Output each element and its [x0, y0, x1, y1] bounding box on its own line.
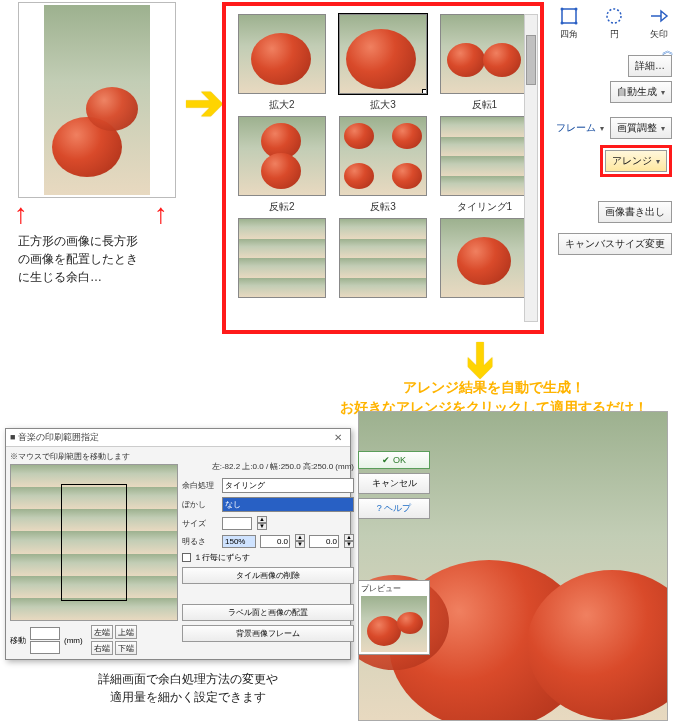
export-button[interactable]: 画像書き出し [598, 201, 672, 223]
source-caption: 正方形の画像に長方形 の画像を配置したとき に生じる余白… [18, 232, 138, 286]
svg-point-2 [575, 8, 578, 11]
frame-dropdown[interactable]: フレーム [556, 121, 604, 135]
preview-label: プレビュー [361, 583, 427, 594]
svg-rect-0 [562, 9, 576, 23]
tool-circle[interactable]: 円 [601, 6, 628, 41]
source-image-panel [18, 2, 176, 198]
brightness-x-input[interactable] [260, 535, 290, 548]
move-left-button[interactable]: 左端 [91, 625, 113, 639]
margin-arrow-right-icon: ↑ [154, 198, 168, 230]
arrange-thumb[interactable] [234, 218, 329, 316]
tool-rectangle[interactable]: 四角 [556, 6, 583, 41]
close-icon[interactable]: ✕ [330, 432, 346, 443]
move-bottom-button[interactable]: 下端 [115, 641, 137, 655]
thumb-label: 拡大3 [370, 98, 396, 112]
field-label: 明るさ [182, 536, 218, 547]
dialog-coordinates: 左:-82.2 上:0.0 / 幅:250.0 高:250.0 (mm) [212, 461, 354, 472]
scrollbar-vertical[interactable] [524, 14, 538, 322]
toolbar-collapse-icon[interactable]: ︽ [662, 42, 674, 59]
brightness-select[interactable]: 150% [222, 535, 256, 548]
svg-point-4 [575, 22, 578, 25]
flow-arrow-down-icon: ➔ [454, 340, 510, 380]
field-label: ぼかし [182, 499, 218, 510]
field-label: 余白処理 [182, 480, 218, 491]
arrange-thumb[interactable] [335, 218, 430, 316]
scrollbar-thumb[interactable] [526, 35, 536, 85]
source-image [44, 5, 150, 195]
preview-panel: プレビュー [358, 580, 430, 655]
arrange-thumb[interactable]: タイリング1 [437, 116, 532, 214]
arrange-thumb[interactable]: 反転1 [437, 14, 532, 112]
help-button[interactable]: ? ヘルプ [358, 498, 430, 519]
stepper[interactable]: ▲▼ [344, 534, 354, 548]
wrap-checkbox[interactable]: １行毎にずらす [182, 552, 354, 563]
brightness-y-input[interactable] [309, 535, 339, 548]
move-x-input[interactable] [30, 627, 60, 640]
stepper[interactable]: ▲▼ [295, 534, 305, 548]
arrow-icon [649, 6, 669, 26]
ok-button[interactable]: ✔OK [358, 451, 430, 469]
unit-label: (mm) [64, 636, 83, 645]
thumb-label: 拡大2 [269, 98, 295, 112]
arrange-thumb[interactable]: 反転3 [335, 116, 430, 214]
margin-settings-dialog: ■ 音楽の印刷範囲指定 ✕ ※マウスで印刷範囲を移動します 移動 [5, 428, 351, 660]
thumb-label: タイリング1 [457, 200, 513, 214]
dialog-titlebar[interactable]: ■ 音楽の印刷範囲指定 ✕ [6, 429, 350, 447]
cancel-button[interactable]: キャンセル [358, 473, 430, 494]
margin-arrow-left-icon: ↑ [14, 198, 28, 230]
autogen-dropdown[interactable]: 自動生成 [610, 81, 672, 103]
checkbox-icon [182, 553, 191, 562]
bg-frame-button[interactable]: 背景画像フレーム [182, 625, 354, 642]
move-y-input[interactable] [30, 641, 60, 654]
field-label: サイズ [182, 518, 218, 529]
tool-label: 矢印 [650, 28, 668, 41]
label-layout-button[interactable]: ラベル面と画像の配置 [182, 604, 354, 621]
tile-reset-button[interactable]: タイル画像の削除 [182, 567, 354, 584]
size-stepper[interactable]: ▲▼ [257, 516, 267, 530]
svg-point-3 [561, 22, 564, 25]
svg-point-1 [561, 8, 564, 11]
thumb-label: 反転3 [370, 200, 396, 214]
arrange-grid: 拡大2 拡大3 反転1 反転2 反転3 [234, 14, 532, 316]
canvas-size-button[interactable]: キャンバスサイズ変更 [558, 233, 672, 255]
arrange-dropdown[interactable]: アレンジ [605, 150, 667, 172]
move-top-button[interactable]: 上端 [115, 625, 137, 639]
help-icon: ? [377, 503, 382, 513]
arrange-thumb[interactable] [437, 218, 532, 316]
size-input[interactable] [222, 517, 252, 530]
dialog-title: ■ 音楽の印刷範囲指定 [10, 431, 99, 444]
tool-arrow[interactable]: 矢印 [645, 6, 672, 41]
blur-select[interactable]: なし [222, 497, 354, 512]
thumb-label: 反転2 [269, 200, 295, 214]
margin-select[interactable]: タイリング [222, 478, 354, 493]
arrange-thumb[interactable]: 拡大3 [335, 14, 430, 112]
square-icon [559, 6, 579, 26]
arrange-thumb[interactable]: 拡大2 [234, 14, 329, 112]
arrange-results-panel: 拡大2 拡大3 反転1 反転2 反転3 [222, 2, 544, 334]
tool-label: 四角 [560, 28, 578, 41]
move-right-button[interactable]: 右端 [91, 641, 113, 655]
tool-label: 円 [610, 28, 619, 41]
dialog-canvas[interactable] [10, 464, 178, 621]
dialog-hint: ※マウスで印刷範囲を移動します [10, 451, 178, 462]
flow-arrow-right-icon: ➔ [184, 74, 224, 130]
preview-image [361, 596, 427, 652]
dialog-caption: 詳細画面で余白処理方法の変更や適用量を細かく設定できます [58, 670, 318, 706]
svg-point-5 [607, 9, 621, 23]
move-label: 移動 [10, 635, 26, 646]
thumb-label: 反転1 [472, 98, 498, 112]
circle-icon [604, 6, 624, 26]
arrange-thumb[interactable]: 反転2 [234, 116, 329, 214]
quality-dropdown[interactable]: 画質調整 [610, 117, 672, 139]
checkbox-label: １行毎にずらす [194, 552, 250, 563]
arrange-button-highlight: アレンジ [600, 145, 672, 177]
right-toolbar: 四角 円 矢印 ︽ 詳細… 自動生成 フレーム 画質調整 アレンジ 画像書き出し… [548, 0, 680, 259]
check-icon: ✔ [382, 455, 390, 465]
